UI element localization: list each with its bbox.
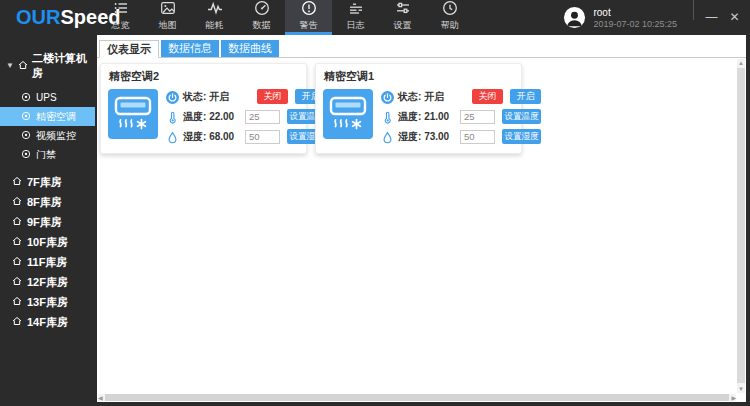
humidity-text: 湿度: 73.00 [398, 130, 460, 144]
sidebar-item-11f[interactable]: 11F库房 [0, 252, 95, 272]
nav-item-settings[interactable]: 设置 [379, 0, 426, 35]
sidebar-item-14f[interactable]: 14F库房 [0, 312, 95, 332]
home-icon [12, 216, 22, 228]
temperature-row: 温度: 22.00 设置温度 [166, 109, 326, 124]
home-icon [12, 236, 22, 248]
sidebar-item-label: 9F库房 [27, 215, 62, 230]
air-conditioner-icon [323, 89, 373, 139]
scroll-up-icon[interactable]: ▲ [738, 60, 744, 66]
horizontal-scrollbar[interactable]: ◀ ▶ [98, 394, 736, 401]
humidity-input[interactable] [245, 130, 280, 144]
data-gauge-icon [254, 0, 270, 16]
device-circle-icon [21, 92, 31, 104]
droplet-icon [166, 130, 179, 143]
close-button[interactable]: ✕ [723, 0, 746, 35]
device-circle-icon [21, 149, 31, 161]
device-circle-icon [21, 111, 31, 123]
sidebar-item-access-control[interactable]: 门禁 [0, 145, 95, 164]
user-avatar [563, 6, 586, 29]
sidebar-item-label: 8F库房 [27, 195, 62, 210]
sidebar-item-label: 13F库房 [27, 295, 68, 310]
sidebar-item-label: 7F库房 [27, 175, 62, 190]
sidebar-item-label: 12F库房 [27, 275, 68, 290]
humidity-input[interactable] [460, 130, 495, 144]
nav-item-alert[interactable]: 警告 [285, 0, 332, 35]
temperature-text: 温度: 21.00 [398, 110, 460, 124]
power-icon [166, 90, 179, 103]
temperature-row: 温度: 21.00 设置温度 [381, 109, 541, 124]
minimize-button[interactable]: — [700, 0, 723, 35]
user-info: root 2019-07-02 10:25:25 [593, 7, 677, 29]
nav-item-map[interactable]: 地图 [144, 0, 191, 35]
nav-label: 帮助 [441, 19, 459, 32]
sidebar-item-label: 视频监控 [36, 129, 76, 143]
map-icon [160, 0, 176, 16]
temperature-input[interactable] [245, 110, 280, 124]
nav-label: 日志 [347, 19, 365, 32]
sidebar-item-7f[interactable]: 7F库房 [0, 172, 95, 192]
titlebar-divider [693, 0, 694, 20]
set-temperature-button[interactable]: 设置温度 [502, 109, 541, 124]
tab-data-info[interactable]: 数据信息 [161, 40, 219, 57]
user-block: root 2019-07-02 10:25:25 [563, 0, 677, 35]
ac-card-title: 精密空调2 [109, 69, 300, 84]
nav-label: 总览 [112, 19, 130, 32]
thermometer-icon [166, 110, 179, 123]
horizontal-scroll-thumb[interactable] [105, 394, 729, 401]
sidebar-item-13f[interactable]: 13F库房 [0, 292, 95, 312]
nav-item-data[interactable]: 数据 [238, 0, 285, 35]
ac-card-1: 精密空调1 状态: 开启 关闭 开启 [315, 63, 522, 154]
vertical-scroll-thumb[interactable] [737, 68, 745, 383]
nav-item-help[interactable]: 帮助 [426, 0, 473, 35]
nav-label: 数据 [253, 19, 271, 32]
home-icon [12, 316, 22, 328]
sidebar-item-video-monitor[interactable]: 视频监控 [0, 126, 95, 145]
tab-gauge-display[interactable]: 仪表显示 [99, 40, 159, 58]
help-icon [442, 0, 458, 16]
home-icon [18, 60, 28, 72]
sidebar-item-12f[interactable]: 12F库房 [0, 272, 95, 292]
sidebar-group-label: 二楼计算机房 [32, 51, 95, 81]
status-text: 状态: 开启 [398, 90, 460, 104]
scroll-left-icon[interactable]: ◀ [98, 395, 103, 401]
logo-primary: OUR [16, 6, 60, 29]
energy-pulse-icon [207, 0, 223, 16]
sidebar-item-ups[interactable]: UPS [0, 88, 95, 107]
chevron-down-icon: ▼ [6, 62, 14, 70]
tab-data-curve[interactable]: 数据曲线 [221, 40, 279, 57]
temperature-input[interactable] [460, 110, 495, 124]
home-icon [12, 276, 22, 288]
scroll-down-icon[interactable]: ▼ [738, 386, 744, 392]
top-nav: 总览 地图 能耗 数据 警告 日志 设置 帮助 [97, 0, 473, 35]
turn-off-button[interactable]: 关闭 [257, 89, 288, 104]
scroll-right-icon[interactable]: ▶ [731, 395, 736, 401]
droplet-icon [381, 130, 394, 143]
temperature-text: 温度: 22.00 [183, 110, 245, 124]
sidebar-item-10f[interactable]: 10F库房 [0, 232, 95, 252]
nav-item-energy[interactable]: 能耗 [191, 0, 238, 35]
main-panel: 仪表显示 数据信息 数据曲线 精密空调2 状态: 开启 关闭 开启 [97, 35, 746, 402]
nav-label: 警告 [300, 19, 318, 32]
ac-cards: 精密空调2 状态: 开启 关闭 开启 [97, 58, 746, 154]
turn-on-button[interactable]: 开启 [510, 89, 541, 104]
ac-card-2: 精密空调2 状态: 开启 关闭 开启 [100, 63, 307, 154]
app-logo: OURSpeed [0, 0, 97, 35]
nav-item-overview[interactable]: 总览 [97, 0, 144, 35]
user-datetime: 2019-07-02 10:25:25 [593, 19, 677, 29]
air-conditioner-icon [108, 89, 158, 139]
turn-off-button[interactable]: 关闭 [472, 89, 503, 104]
humidity-row: 湿度: 68.00 设置湿度 [166, 129, 326, 144]
vertical-scrollbar[interactable]: ▲ ▼ [737, 59, 745, 393]
overview-list-icon [113, 0, 129, 16]
sidebar-item-precision-ac[interactable]: 精密空调 [0, 107, 95, 126]
status-text: 状态: 开启 [183, 90, 245, 104]
sidebar-item-label: 精密空调 [36, 110, 76, 124]
sidebar-item-label: UPS [36, 92, 57, 103]
humidity-text: 湿度: 68.00 [183, 130, 245, 144]
set-humidity-button[interactable]: 设置湿度 [502, 129, 541, 144]
sidebar-group-room2f[interactable]: ▼ 二楼计算机房 [0, 35, 95, 88]
settings-sliders-icon [395, 0, 411, 16]
sidebar-item-8f[interactable]: 8F库房 [0, 192, 95, 212]
sidebar-item-9f[interactable]: 9F库房 [0, 212, 95, 232]
nav-item-log[interactable]: 日志 [332, 0, 379, 35]
